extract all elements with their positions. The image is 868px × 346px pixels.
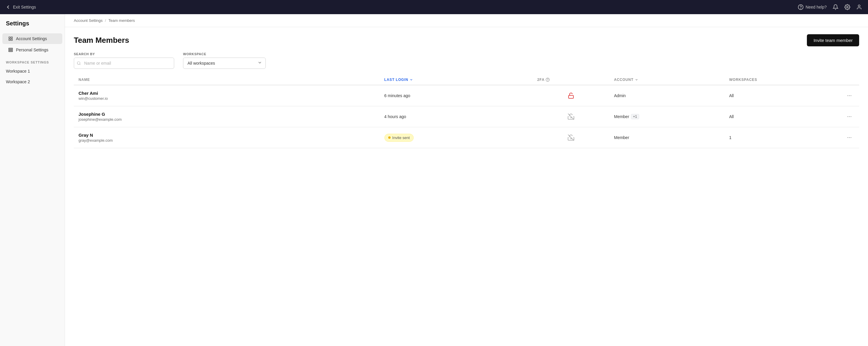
svg-rect-6 — [9, 39, 10, 40]
twofa-cell — [533, 106, 609, 127]
workspaces-cell: 1 — [724, 127, 840, 148]
member-email: josephine@example.com — [79, 117, 375, 122]
account-settings-icon — [8, 36, 13, 41]
more-options-cell — [840, 85, 859, 106]
breadcrumb: Account Settings / Team members — [65, 14, 868, 27]
workspaces-value: All — [729, 93, 734, 98]
help-link[interactable]: Need help? — [798, 4, 827, 10]
more-options-button[interactable] — [844, 113, 855, 121]
svg-point-20 — [571, 118, 571, 118]
svg-point-27 — [849, 137, 850, 138]
svg-point-21 — [848, 116, 848, 117]
help-circle-icon — [546, 77, 550, 82]
member-email: gray@example.com — [79, 138, 375, 143]
table-row: Josephine G josephine@example.com 4 hour… — [74, 106, 859, 127]
workspaces-cell: All — [724, 85, 840, 106]
svg-point-28 — [850, 137, 851, 138]
invite-sent-badge: Invite sent — [384, 134, 414, 142]
twofa-disabled-icon — [537, 113, 604, 120]
workspaces-cell: All — [724, 106, 840, 127]
more-options-cell — [840, 106, 859, 127]
svg-point-17 — [849, 95, 850, 96]
svg-rect-14 — [569, 95, 574, 98]
workspace-filter-label: Workspace — [183, 52, 266, 56]
page-title: Team Members — [74, 36, 129, 45]
svg-point-18 — [850, 95, 851, 96]
svg-rect-5 — [11, 37, 12, 38]
sidebar-title: Settings — [0, 20, 65, 33]
more-options-cell — [840, 127, 859, 148]
account-cell: Admin — [609, 85, 724, 106]
workspace-select[interactable]: All workspacesWorkspace 1Workspace 2 — [183, 58, 266, 69]
member-name-cell: Cher Ami win@customer.io — [74, 85, 380, 106]
member-name: Gray N — [79, 132, 375, 137]
more-options-button[interactable] — [844, 92, 855, 99]
col-name: Name — [74, 75, 380, 85]
more-options-button[interactable] — [844, 134, 855, 141]
table-container: Name Last Login 2F — [65, 75, 868, 148]
svg-point-26 — [848, 137, 848, 138]
workspace-settings-section-label: Workspace Settings — [0, 56, 65, 66]
user-icon[interactable] — [856, 4, 862, 10]
top-nav: Exit Settings Need help? — [0, 0, 868, 14]
account-cell: Member +1 — [609, 106, 724, 127]
page-header: Team Members Invite team member — [65, 27, 868, 52]
svg-rect-10 — [8, 51, 12, 52]
last-login-cell: 4 hours ago — [380, 106, 533, 127]
account-role: Member — [614, 114, 629, 119]
svg-point-13 — [548, 81, 548, 81]
member-name: Cher Ami — [79, 91, 375, 96]
workspaces-value: 1 — [729, 135, 732, 140]
table-body: Cher Ami win@customer.io 6 minutes ago — [74, 85, 859, 148]
invite-sent-label: Invite sent — [392, 135, 410, 140]
sidebar: Settings Account Settings Personal Setti… — [0, 14, 65, 346]
account-role: Member — [614, 135, 629, 140]
workspace-filter-group: Workspace All workspacesWorkspace 1Works… — [183, 52, 266, 69]
col-account[interactable]: Account — [609, 75, 724, 85]
filters: Search By Workspace All workspacesWorksp… — [65, 52, 868, 75]
notifications-icon[interactable] — [833, 4, 838, 10]
member-name: Josephine G — [79, 112, 375, 117]
twofa-cell — [533, 127, 609, 148]
sidebar-item-personal-settings-label: Personal Settings — [16, 48, 49, 52]
member-email: win@customer.io — [79, 96, 375, 101]
svg-point-2 — [847, 6, 848, 8]
table-row: Cher Ami win@customer.io 6 minutes ago — [74, 85, 859, 106]
col-last-login[interactable]: Last Login — [380, 75, 533, 85]
table-row: Gray N gray@example.com Invite sent — [74, 127, 859, 148]
exit-settings-label: Exit Settings — [13, 5, 36, 9]
svg-rect-8 — [8, 48, 12, 49]
twofa-disabled-icon — [537, 134, 604, 141]
exit-settings-button[interactable]: Exit Settings — [6, 5, 36, 9]
twofa-cell — [533, 85, 609, 106]
sidebar-item-workspace-2[interactable]: Workspace 2 — [0, 76, 65, 87]
workspace-select-wrapper: All workspacesWorkspace 1Workspace 2 — [183, 58, 266, 69]
search-input[interactable] — [74, 58, 174, 69]
svg-line-19 — [568, 114, 574, 120]
svg-point-22 — [849, 116, 850, 117]
svg-line-24 — [568, 135, 574, 140]
table-header-row: Name Last Login 2F — [74, 75, 859, 85]
breadcrumb-separator: / — [105, 18, 106, 23]
member-name-cell: Gray N gray@example.com — [74, 127, 380, 148]
svg-rect-7 — [11, 39, 12, 40]
svg-point-23 — [850, 116, 851, 117]
search-icon — [77, 61, 81, 65]
breadcrumb-parent[interactable]: Account Settings — [74, 18, 103, 23]
members-table: Name Last Login 2F — [74, 75, 859, 148]
last-login-text: 4 hours ago — [384, 114, 406, 119]
sidebar-item-account-settings[interactable]: Account Settings — [2, 33, 62, 44]
top-nav-right: Need help? — [798, 4, 862, 10]
layout: Settings Account Settings Personal Setti… — [0, 14, 868, 346]
last-login-cell: Invite sent — [380, 127, 533, 148]
col-workspaces: Workspaces — [724, 75, 840, 85]
sidebar-item-personal-settings[interactable]: Personal Settings — [2, 44, 62, 55]
settings-icon[interactable] — [844, 4, 850, 10]
personal-settings-icon — [8, 48, 13, 52]
svg-point-3 — [858, 5, 860, 7]
last-login-cell: 6 minutes ago — [380, 85, 533, 106]
sidebar-item-workspace-1[interactable]: Workspace 1 — [0, 66, 65, 76]
svg-rect-9 — [8, 50, 12, 51]
invite-team-member-button[interactable]: Invite team member — [807, 34, 859, 46]
breadcrumb-current: Team members — [108, 18, 135, 23]
